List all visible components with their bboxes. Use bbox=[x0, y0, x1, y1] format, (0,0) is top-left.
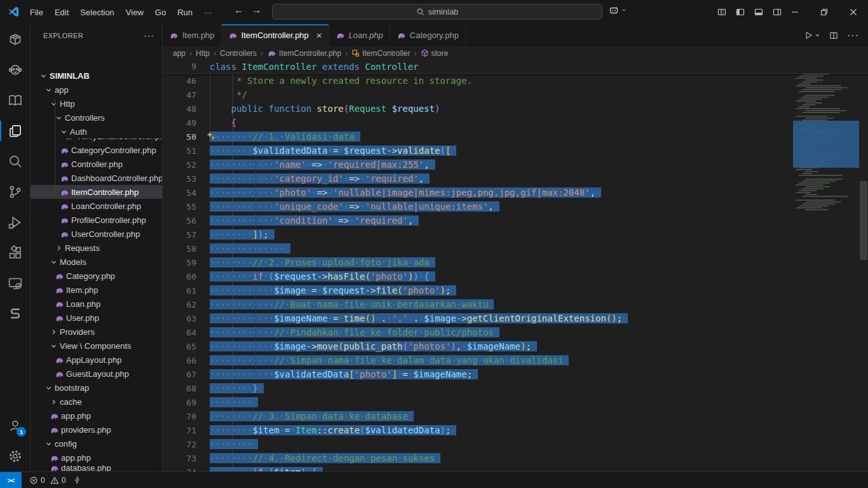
breadcrumb-item-controllers[interactable]: Controllers bbox=[220, 49, 257, 58]
tree-item-models[interactable]: Models bbox=[31, 255, 162, 269]
tree-item-providers.php[interactable]: providers.php bbox=[31, 423, 162, 437]
code-line-57[interactable]: 57········]); bbox=[163, 227, 868, 241]
line-number[interactable]: 48 bbox=[163, 104, 210, 114]
activity-run-debug-icon[interactable] bbox=[0, 207, 31, 238]
code-editor[interactable]: 9class ItemController extends Controller… bbox=[163, 60, 868, 471]
code-line-text[interactable]: ········if·($request->hasFile('photo'))·… bbox=[210, 271, 435, 281]
activity-monkey-icon[interactable] bbox=[0, 55, 31, 85]
tree-item-applayout.php[interactable]: AppLayout.php bbox=[31, 353, 162, 367]
line-number[interactable]: 56 bbox=[163, 216, 210, 226]
tree-item-loancontroller.php[interactable]: LoanController.php bbox=[31, 199, 162, 213]
line-number[interactable]: 53 bbox=[163, 174, 210, 184]
line-number[interactable]: 65 bbox=[163, 342, 210, 351]
editor-scrollbar[interactable] bbox=[859, 60, 868, 471]
code-line-63[interactable]: 63············$imageName·=·time()·.·'.'·… bbox=[163, 311, 868, 325]
activity-explorer-icon[interactable] bbox=[0, 116, 31, 146]
menu-view[interactable]: View bbox=[120, 4, 149, 20]
code-line-text[interactable]: ········ bbox=[210, 397, 258, 407]
code-line-text[interactable]: ············'condition'·=>·'required', bbox=[210, 215, 419, 226]
tree-item-bootstrap[interactable]: bootstrap bbox=[31, 381, 162, 395]
tree-item-siminlab[interactable]: SIMINLAB bbox=[31, 69, 162, 83]
code-line-71[interactable]: 71········$item·=·Item::create($validate… bbox=[163, 423, 868, 437]
tree-item-database.php[interactable]: database.php bbox=[31, 464, 162, 471]
tab-item.php[interactable]: Item.php bbox=[163, 24, 222, 46]
line-number[interactable]: 59 bbox=[163, 258, 210, 268]
line-number[interactable]: 64 bbox=[163, 328, 210, 337]
tree-item-http[interactable]: Http bbox=[31, 97, 162, 111]
tab-loan.php[interactable]: Loan.php bbox=[329, 24, 390, 46]
tree-item-loan.php[interactable]: Loan.php bbox=[31, 297, 162, 311]
tree-item-cache[interactable]: cache bbox=[31, 395, 162, 409]
code-line-text[interactable]: ············//·Pindahkan·file·ke·folder·… bbox=[210, 327, 499, 337]
nav-back-icon[interactable]: ← bbox=[234, 4, 244, 16]
copilot-sparkle-icon[interactable] bbox=[206, 131, 217, 142]
command-center[interactable]: siminlab bbox=[272, 4, 602, 20]
tree-item-controller.php[interactable]: Controller.php bbox=[31, 157, 162, 171]
minimize-button[interactable] bbox=[780, 0, 810, 24]
code-line-48[interactable]: 48 public function store(Request $reques… bbox=[163, 102, 868, 116]
line-number[interactable]: 72 bbox=[163, 440, 210, 449]
nav-forward-icon[interactable]: → bbox=[252, 4, 262, 16]
line-number[interactable]: 49 bbox=[163, 118, 210, 128]
code-line-text[interactable]: ········ bbox=[210, 439, 258, 449]
line-number[interactable]: 70 bbox=[163, 412, 210, 421]
code-line-text[interactable]: ············//·Buat·nama·file·unik·berda… bbox=[210, 299, 494, 309]
code-line-text[interactable]: ············//·Simpan·nama·file·ke·dalam… bbox=[210, 355, 569, 365]
line-number[interactable]: 69 bbox=[163, 398, 210, 407]
code-line-65[interactable]: 65············$image->move(public_path('… bbox=[163, 339, 868, 353]
breadcrumb-item-store[interactable]: store bbox=[421, 49, 449, 58]
breadcrumb-item-http[interactable]: Http bbox=[196, 49, 210, 58]
tree-item-usercontroller.php[interactable]: UserController.php bbox=[31, 227, 162, 241]
code-line-text[interactable]: ············'photo'·=>·'nullable|image|m… bbox=[210, 187, 601, 198]
activity-search-icon[interactable] bbox=[0, 146, 31, 177]
code-line-text[interactable]: ········]); bbox=[210, 229, 275, 240]
tab-itemcontroller.php[interactable]: ItemController.php× bbox=[222, 24, 329, 46]
code-line-60[interactable]: 60········if·($request->hasFile('photo')… bbox=[163, 269, 868, 283]
code-line-51[interactable]: 51········$validatedData·=·$request->val… bbox=[163, 144, 868, 158]
code-line-46[interactable]: 46 * Store a newly created resource in s… bbox=[163, 74, 868, 88]
scrollbar-thumb[interactable] bbox=[860, 181, 867, 260]
code-line-text[interactable]: ············$validatedData['photo']·=·$i… bbox=[210, 369, 478, 379]
sticky-scroll-line[interactable]: 9class ItemController extends Controller bbox=[163, 60, 868, 74]
code-line-text[interactable]: ············$image·=·$request->file('pho… bbox=[210, 285, 456, 295]
tree-item-providers[interactable]: Providers bbox=[31, 325, 162, 339]
tree-item-categorycontroller.php[interactable]: CategoryController.php bbox=[31, 143, 162, 157]
line-number[interactable]: 66 bbox=[163, 356, 210, 365]
explorer-actions-button[interactable]: ··· bbox=[144, 30, 154, 41]
close-window-button[interactable] bbox=[839, 0, 868, 24]
code-line-text[interactable]: ········//·3.·Simpan·data·ke·database bbox=[210, 411, 414, 421]
code-line-text[interactable]: ············'category_id'·=>·'required', bbox=[210, 173, 430, 184]
code-line-text[interactable]: ·············· bbox=[210, 243, 290, 254]
menu-file[interactable]: File bbox=[24, 4, 49, 20]
line-number[interactable]: 71 bbox=[163, 426, 210, 435]
code-line-70[interactable]: 70········//·3.·Simpan·data·ke·database bbox=[163, 409, 868, 423]
line-number[interactable]: 68 bbox=[163, 384, 210, 393]
line-number[interactable]: 58 bbox=[163, 244, 210, 254]
tree-item-dashboardcontroller.php[interactable]: DashboardController.php bbox=[31, 171, 162, 185]
activity-book-icon[interactable] bbox=[0, 85, 31, 116]
activity-accounts-icon[interactable]: 1 bbox=[0, 410, 31, 441]
activity-settings-gear-icon[interactable] bbox=[0, 441, 31, 471]
tree-item-app.php[interactable]: app.php bbox=[31, 451, 162, 464]
code-line-69[interactable]: 69········ bbox=[163, 395, 868, 409]
split-editor-button[interactable] bbox=[829, 31, 838, 40]
code-line-72[interactable]: 72········ bbox=[163, 437, 868, 451]
tree-item-item.php[interactable]: Item.php bbox=[31, 283, 162, 297]
menu-edit[interactable]: Edit bbox=[49, 4, 74, 20]
tree-item-guestlayout.php[interactable]: GuestLayout.php bbox=[31, 367, 162, 381]
line-number[interactable]: 60 bbox=[163, 272, 210, 281]
code-line-54[interactable]: 54············'photo'·=>·'nullable|image… bbox=[163, 186, 868, 200]
code-line-52[interactable]: 52············'name'·=>·'required|max:25… bbox=[163, 158, 868, 172]
code-line-68[interactable]: 68········} bbox=[163, 381, 868, 395]
tab-category.php[interactable]: Category.php bbox=[390, 24, 466, 46]
code-line-58[interactable]: 58·············· bbox=[163, 241, 868, 255]
activity-extensions-icon[interactable] bbox=[0, 238, 31, 268]
run-code-button[interactable] bbox=[804, 30, 820, 40]
code-line-text[interactable]: ········//·2.·Proses·upload·foto·jika·ad… bbox=[210, 257, 435, 268]
code-line-text[interactable]: public function store(Request $request) bbox=[210, 104, 440, 114]
line-number[interactable]: 55 bbox=[163, 202, 210, 212]
code-line-text[interactable]: * Store a newly created resource in stor… bbox=[210, 76, 472, 86]
tree-item-requests[interactable]: Requests bbox=[31, 241, 162, 255]
code-line-55[interactable]: 55············'unique_code'·=>·'nullable… bbox=[163, 200, 868, 214]
tree-item-view-components[interactable]: View \ Components bbox=[31, 339, 162, 353]
